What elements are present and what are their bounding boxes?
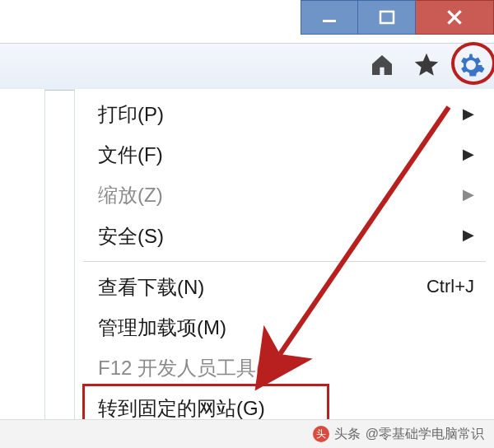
- menu-item-safety[interactable]: 安全(S) ▶: [75, 216, 494, 256]
- sidebar: [0, 89, 45, 420]
- watermark-text: @零基础学电脑常识: [366, 426, 484, 443]
- minimize-icon: [319, 7, 339, 27]
- submenu-arrow-icon: ▶: [463, 143, 474, 166]
- menu-label: 打印(P): [98, 99, 164, 129]
- menu-label: 安全(S): [98, 221, 164, 251]
- watermark: 头 头条 @零基础学电脑常识: [0, 419, 494, 448]
- submenu-arrow-icon: ▶: [463, 184, 474, 207]
- home-button[interactable]: [366, 49, 398, 82]
- menu-label: 文件(F): [98, 139, 163, 170]
- home-icon: [369, 52, 395, 78]
- gear-icon: [456, 50, 486, 80]
- favorites-button[interactable]: [410, 49, 443, 82]
- menu-label: F12 开发人员工具(L): [98, 352, 280, 383]
- tools-menu: 打印(P) ▶ 文件(F) ▶ 缩放(Z) ▶ 安全(S) ▶ 查看下载(N) …: [74, 89, 494, 420]
- close-icon: [444, 7, 465, 28]
- menu-item-manage-addons[interactable]: 管理加载项(M): [75, 307, 494, 348]
- svg-rect-0: [323, 20, 336, 22]
- submenu-arrow-icon: ▶: [463, 103, 474, 126]
- watermark-prefix: 头条: [334, 426, 361, 443]
- watermark-icon: 头: [313, 426, 329, 442]
- star-icon: [412, 51, 440, 79]
- menu-item-file[interactable]: 文件(F) ▶: [75, 134, 494, 175]
- tools-button[interactable]: [454, 49, 487, 82]
- svg-rect-1: [380, 12, 394, 23]
- menu-item-print[interactable]: 打印(P) ▶: [75, 94, 494, 134]
- menu-item-f12-devtools[interactable]: F12 开发人员工具(L): [75, 348, 494, 388]
- submenu-arrow-icon: ▶: [463, 224, 474, 247]
- close-button[interactable]: [416, 0, 494, 35]
- menu-separator: [83, 261, 486, 262]
- menu-label: 查看下载(N): [98, 272, 204, 302]
- minimize-button[interactable]: [301, 0, 358, 35]
- menu-shortcut: Ctrl+J: [426, 273, 474, 301]
- menu-label: 管理加载项(M): [98, 312, 226, 343]
- window-controls: [301, 0, 494, 35]
- menu-label: 缩放(Z): [98, 180, 163, 210]
- maximize-icon: [377, 7, 397, 27]
- maximize-button[interactable]: [358, 0, 416, 35]
- menu-item-zoom[interactable]: 缩放(Z) ▶: [75, 175, 494, 215]
- toolbar: [0, 43, 494, 91]
- menu-item-view-downloads[interactable]: 查看下载(N) Ctrl+J: [75, 267, 494, 307]
